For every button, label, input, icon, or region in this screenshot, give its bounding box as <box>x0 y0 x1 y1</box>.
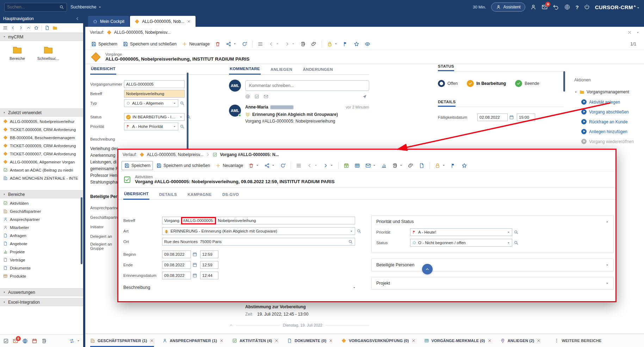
notifications[interactable]: 9 <box>541 4 548 10</box>
sidebar-section-mycrm[interactable]: myCRM <box>0 33 83 41</box>
save-button[interactable]: Speichern <box>89 40 119 48</box>
report-button[interactable] <box>379 161 389 170</box>
due-date-field[interactable] <box>477 113 508 121</box>
close-icon[interactable] <box>411 339 416 343</box>
prev-record-button[interactable] <box>305 161 320 170</box>
tab-uebersicht[interactable]: ÜBERSICHT <box>123 192 149 200</box>
folder-bereiche[interactable]: Bereiche <box>4 44 30 61</box>
status-step-offen[interactable]: Offen <box>438 80 458 87</box>
sidebar-item-mitarbeiter[interactable]: Mitarbeiter <box>0 223 83 231</box>
new-record-button[interactable]: Neuanlage <box>213 161 245 170</box>
action-rueckfrage-kunde[interactable]: Rückfrage an Kunde <box>581 119 644 124</box>
sidebar-item-ansprechpartner[interactable]: Ansprechpartner <box>0 215 83 223</box>
nav-forward-icon[interactable] <box>18 25 23 30</box>
print-icon[interactable] <box>41 338 47 344</box>
bottom-tab-dokumente[interactable]: DOKUMENTE (0) <box>287 334 333 347</box>
global-search[interactable] <box>4 3 67 12</box>
recent-item[interactable]: BB-0000004, Beschwerdemanagem <box>0 134 83 142</box>
prev-record-button[interactable] <box>266 40 281 48</box>
tab-record[interactable]: ALLG-0000005, Nob... <box>130 16 196 27</box>
status-step-bearbeitung[interactable]: In Bearbeitung <box>467 80 506 87</box>
sidebar-item-angebote[interactable]: Angebote <box>0 240 83 248</box>
tab-mein-cockpit[interactable]: Mein Cockpit <box>88 16 129 27</box>
send-icon[interactable] <box>362 94 367 99</box>
search-icon[interactable] <box>357 229 361 234</box>
chevron-down-icon[interactable] <box>636 31 639 34</box>
sidebar-item-vertraege[interactable]: Verträge <box>0 256 83 264</box>
chevron-down-icon[interactable] <box>606 282 609 285</box>
collapse-sidebar-icon[interactable] <box>75 16 80 21</box>
comment-older[interactable]: Abstimmung zur Vorbereitung Zeit 19. Jul… <box>245 304 365 317</box>
search-icon[interactable] <box>180 124 185 129</box>
calendar-icon[interactable] <box>192 262 197 267</box>
help-button[interactable]: ? <box>575 4 578 10</box>
sync-icon[interactable] <box>69 338 75 344</box>
calendar-icon[interactable] <box>192 252 197 257</box>
calendar-icon[interactable] <box>192 273 197 278</box>
sidebar-item-anfragen[interactable]: Anfragen <box>0 231 83 240</box>
print-button[interactable] <box>298 40 308 48</box>
next-record-button[interactable] <box>321 161 335 170</box>
menu-icon[interactable] <box>3 25 8 30</box>
action-vorgang-abschliessen[interactable]: Vorgang abschließen <box>581 109 644 114</box>
sidebar-item-dokumente[interactable]: Dokumente <box>0 264 83 272</box>
close-icon[interactable] <box>488 339 492 343</box>
search-icon[interactable] <box>514 230 519 235</box>
status-select[interactable]: O - Nicht begonnen / offen <box>410 239 512 247</box>
watch-button[interactable] <box>363 40 372 48</box>
workflow-button[interactable] <box>262 161 277 170</box>
chevron-down-icon[interactable] <box>606 264 609 267</box>
prioritaet-select[interactable]: A - Heute! <box>410 228 512 236</box>
delete-button[interactable] <box>246 161 261 170</box>
action-anliegen-hinzufuegen[interactable]: Anliegen hinzufügen <box>581 129 644 134</box>
erinnerung-time-field[interactable] <box>200 272 218 279</box>
status-step-beendet[interactable]: Beende <box>515 80 539 87</box>
save-close-button[interactable]: Speichern und schließen <box>154 161 212 170</box>
close-record-icon[interactable] <box>627 30 632 35</box>
print-button[interactable] <box>390 161 405 170</box>
art-select[interactable]: ERINNERUNG - Erinnerung (Kein Abgleich m… <box>162 227 355 235</box>
ende-date-field[interactable] <box>162 261 191 269</box>
search-icon[interactable] <box>514 240 519 245</box>
search-input[interactable] <box>7 5 57 10</box>
search-areas-dropdown[interactable]: Suchbereiche <box>70 5 101 10</box>
attachment-button[interactable] <box>309 40 319 48</box>
bottom-tab-vorgaenge-merkmale[interactable]: VORGÄNGE-MERKMALE (0) <box>424 334 492 347</box>
nav-back-icon[interactable] <box>11 25 16 30</box>
mail-icon[interactable] <box>264 94 268 99</box>
favorite-button[interactable] <box>352 40 361 48</box>
recent-item[interactable]: Antwort an ADAC (Beitrag zu niedri <box>0 166 83 174</box>
close-icon[interactable] <box>329 339 333 343</box>
comment-composer[interactable] <box>245 80 369 91</box>
bottom-tab-ansprechpartner[interactable]: ANSPRECHPARTNER (1) <box>162 334 224 347</box>
bottom-tab-vorgangsverknuepfung[interactable]: VORGANGSVERKNÜPFUNG (0) <box>341 334 415 347</box>
status-select[interactable]: IN BEARBEITUNG - In ... <box>124 113 185 121</box>
ende-time-field[interactable] <box>200 261 218 269</box>
next-record-button[interactable] <box>282 40 297 48</box>
tab-details[interactable]: DETAILS <box>159 192 178 199</box>
flag-button[interactable] <box>341 40 351 48</box>
sidebar-item-aktivitaeten[interactable]: Aktivitäten <box>0 199 83 207</box>
delete-button[interactable] <box>213 40 223 48</box>
close-tab-icon[interactable] <box>187 19 191 24</box>
calendar-icon[interactable] <box>32 338 37 344</box>
recent-item[interactable]: ALLG-0000005, Nobelpreisverleihur <box>0 117 83 125</box>
sidebar-section-recent[interactable]: Zuletzt verwendet <box>0 109 83 117</box>
bottom-tab-weitere-bereiche[interactable]: WEITERE BEREICHE <box>554 334 601 347</box>
assistant-button[interactable]: Assistent <box>491 2 526 12</box>
typ-select[interactable]: ALLG - Allgemein <box>124 99 178 107</box>
favorite-button[interactable] <box>459 161 469 170</box>
sidebar-scrollbar[interactable] <box>81 197 82 264</box>
card-header[interactable]: Projekt <box>372 277 613 289</box>
form-scroll-knob[interactable] <box>422 264 433 274</box>
table-view-button[interactable] <box>352 161 362 170</box>
tab-uebersicht[interactable]: ÜBERSICHT <box>90 67 116 75</box>
recent-item[interactable]: ADAC MÜNCHEN ZENTRALE - INTE <box>0 174 83 182</box>
betreff-field[interactable] <box>124 90 185 98</box>
chevron-down-icon[interactable] <box>637 6 640 10</box>
status-scrollbar[interactable] <box>563 71 565 92</box>
betreff-field[interactable]: Vorgang #ALLG-0000005: Nobelpreisverleih… <box>162 217 355 224</box>
ort-field[interactable] <box>162 238 355 246</box>
flag-button[interactable] <box>448 161 458 170</box>
tab-dsgvo[interactable]: DS-GVO <box>222 192 240 199</box>
